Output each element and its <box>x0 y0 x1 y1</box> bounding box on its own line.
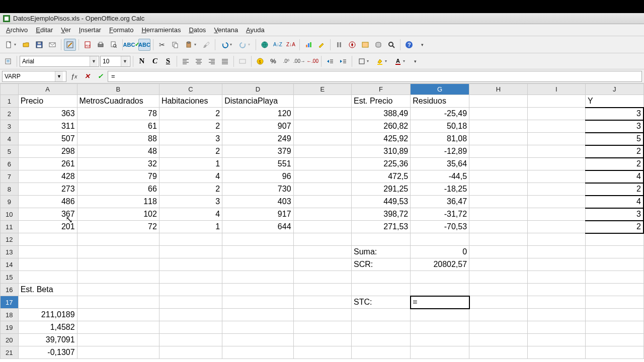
col-header-I[interactable]: I <box>527 84 585 95</box>
cell-I3[interactable] <box>527 120 585 133</box>
cell-C20[interactable] <box>159 334 222 346</box>
cell-E7[interactable] <box>293 170 351 183</box>
menu-formato[interactable]: Formato <box>105 25 137 35</box>
cell-F12[interactable] <box>352 233 411 246</box>
formula-input[interactable]: = <box>108 71 642 82</box>
format-paintbrush-button[interactable]: 🖌 <box>200 39 212 51</box>
cell-I19[interactable] <box>527 321 585 334</box>
cell-D13[interactable] <box>222 246 293 258</box>
cell-G16[interactable] <box>411 284 469 296</box>
cell-B19[interactable] <box>77 321 159 334</box>
cell-B13[interactable] <box>77 246 159 258</box>
cell-D2[interactable]: 120 <box>222 108 293 120</box>
cell-C16[interactable] <box>159 284 222 296</box>
cell-G15[interactable] <box>411 271 469 284</box>
cell-A15[interactable] <box>18 271 77 284</box>
row-header-12[interactable]: 12 <box>1 233 19 246</box>
cell-E9[interactable] <box>293 196 351 208</box>
underline-button[interactable]: S <box>162 55 174 67</box>
cell-B16[interactable] <box>77 284 159 296</box>
cell-G17[interactable]: = <box>411 296 469 309</box>
cell-E18[interactable] <box>293 309 351 321</box>
cut-button[interactable]: ✂ <box>156 39 168 51</box>
cell-I12[interactable] <box>527 233 585 246</box>
cell-J14[interactable] <box>585 258 643 271</box>
cell-C12[interactable] <box>159 233 222 246</box>
cell-I16[interactable] <box>527 284 585 296</box>
open-button[interactable] <box>20 39 32 51</box>
cell-G3[interactable]: 50,18 <box>411 120 469 133</box>
cell-H8[interactable] <box>469 183 527 196</box>
cell-J9[interactable]: 4 <box>585 196 643 208</box>
cell-F6[interactable]: 225,36 <box>352 158 411 170</box>
bold-button[interactable]: N <box>136 55 148 67</box>
print-button[interactable] <box>95 39 107 51</box>
italic-button[interactable]: C <box>149 55 161 67</box>
row-header-13[interactable]: 13 <box>1 246 19 258</box>
row-header-5[interactable]: 5 <box>1 145 19 158</box>
cell-A9[interactable]: 486 <box>18 196 77 208</box>
cell-H14[interactable] <box>469 258 527 271</box>
cell-A5[interactable]: 298 <box>18 145 77 158</box>
cell-I14[interactable] <box>527 258 585 271</box>
col-header-D[interactable]: D <box>222 84 293 95</box>
cell-E10[interactable] <box>293 208 351 221</box>
cell-I1[interactable] <box>527 95 585 108</box>
cell-B1[interactable]: MetrosCuadrados <box>77 95 159 108</box>
cell-G1[interactable]: Residuos <box>411 95 469 108</box>
cell-D9[interactable]: 403 <box>222 196 293 208</box>
borders-button[interactable] <box>355 55 372 67</box>
save-button[interactable] <box>33 39 45 51</box>
cell-J8[interactable]: 2 <box>585 183 643 196</box>
cell-A10[interactable]: 367 <box>18 208 77 221</box>
cell-C8[interactable]: 2 <box>159 183 222 196</box>
currency-button[interactable]: $ <box>254 55 266 67</box>
cell-F3[interactable]: 260,82 <box>352 120 411 133</box>
select-all-corner[interactable] <box>1 84 19 95</box>
cell-F15[interactable] <box>352 271 411 284</box>
cell-C7[interactable]: 4 <box>159 170 222 183</box>
font-name-input[interactable] <box>20 56 90 66</box>
cell-E14[interactable] <box>293 258 351 271</box>
cell-B17[interactable] <box>77 296 159 309</box>
cell-F9[interactable]: 449,53 <box>352 196 411 208</box>
cell-I8[interactable] <box>527 183 585 196</box>
cell-E15[interactable] <box>293 271 351 284</box>
col-header-B[interactable]: B <box>77 84 159 95</box>
cell-C18[interactable] <box>159 309 222 321</box>
standard-format-button[interactable]: .0⁰ <box>280 55 292 67</box>
cell-H18[interactable] <box>469 309 527 321</box>
cell-B10[interactable]: 102 <box>77 208 159 221</box>
cell-E2[interactable] <box>293 108 351 120</box>
cell-F13[interactable]: Suma: <box>352 246 411 258</box>
find-button[interactable] <box>333 39 345 51</box>
copy-button[interactable] <box>169 39 181 51</box>
cell-H5[interactable] <box>469 145 527 158</box>
cell-H9[interactable] <box>469 196 527 208</box>
row-header-3[interactable]: 3 <box>1 120 19 133</box>
accept-button[interactable]: ✓ <box>95 71 106 82</box>
chevron-down-icon[interactable]: ▼ <box>90 56 98 66</box>
row-header-16[interactable]: 16 <box>1 284 19 296</box>
cell-D5[interactable]: 379 <box>222 145 293 158</box>
cell-D6[interactable]: 551 <box>222 158 293 170</box>
cell-G20[interactable] <box>411 334 469 346</box>
font-name-combo[interactable]: ▼ <box>20 56 99 67</box>
cell-F1[interactable]: Est. Precio <box>352 95 411 108</box>
cell-I6[interactable] <box>527 158 585 170</box>
help-button[interactable]: ? <box>403 39 415 51</box>
row-header-2[interactable]: 2 <box>1 108 19 120</box>
cell-I18[interactable] <box>527 309 585 321</box>
row-header-9[interactable]: 9 <box>1 196 19 208</box>
function-wizard-button[interactable]: ƒx <box>68 71 79 82</box>
cell-G4[interactable]: 81,08 <box>411 133 469 145</box>
cell-C19[interactable] <box>159 321 222 334</box>
show-draw-button[interactable] <box>315 39 328 51</box>
cell-E19[interactable] <box>293 321 351 334</box>
cell-G13[interactable]: 0 <box>411 246 469 258</box>
cell-E12[interactable] <box>293 233 351 246</box>
cell-I5[interactable] <box>527 145 585 158</box>
cell-C11[interactable]: 1 <box>159 221 222 233</box>
menu-archivo[interactable]: Archivo <box>2 25 32 35</box>
zoom-button[interactable] <box>385 39 397 51</box>
